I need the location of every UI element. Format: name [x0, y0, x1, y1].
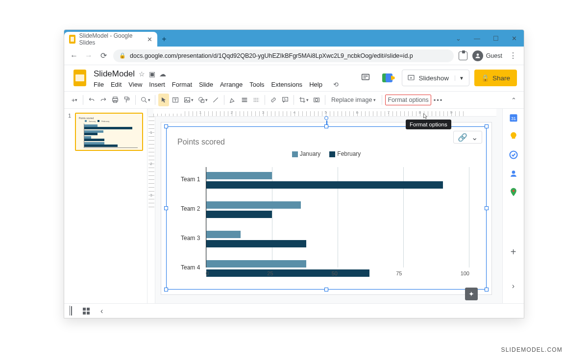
chevron-left-icon[interactable]: ‹ [100, 307, 103, 315]
reload-button[interactable]: ⟳ [98, 51, 108, 60]
menu-file[interactable]: File [94, 81, 104, 88]
close-window-icon[interactable]: ✕ [512, 35, 517, 42]
chart-plot: Team 1Team 2Team 3Team 4 [206, 167, 469, 267]
meet-icon[interactable] [379, 69, 397, 87]
resize-handle[interactable] [324, 288, 328, 291]
comments-icon[interactable] [357, 69, 374, 87]
move-icon[interactable]: ▣ [149, 70, 155, 78]
slideshow-button[interactable]: Slideshow ▼ [402, 70, 469, 86]
browser-menu-icon[interactable]: ⋮ [507, 51, 519, 60]
chart: Points scored JanuaryFebruary Team 1Team… [177, 138, 475, 281]
star-icon[interactable]: ☆ [139, 70, 145, 78]
browser-titlebar: SlideModel - Google Slides ✕ + ⌄ — ☐ ✕ [64, 30, 524, 47]
rotate-handle[interactable] [324, 116, 328, 120]
svg-point-7 [142, 97, 146, 101]
resize-handle[interactable] [485, 206, 489, 210]
cloud-status-icon[interactable]: ☁ [159, 70, 166, 78]
calendar-icon[interactable]: 31 [509, 113, 518, 122]
grid-view-button[interactable] [83, 308, 90, 315]
bar [206, 211, 272, 218]
forward-button[interactable]: → [84, 51, 94, 60]
collapse-toolbar-icon[interactable]: ⌃ [508, 94, 519, 106]
image-tool[interactable]: ▾ [182, 94, 195, 106]
address-bar[interactable]: 🔒 docs.google.com/presentation/d/1Qqd92Q… [113, 49, 454, 62]
toolbar: +▾ ▾ ▾ ▾ ▾ Replace image▾ Format options… [64, 91, 524, 109]
border-weight-button[interactable] [239, 94, 250, 106]
border-dash-button[interactable] [251, 94, 262, 106]
tasks-icon[interactable] [509, 150, 518, 160]
menu-format[interactable]: Format [172, 81, 192, 88]
svg-point-15 [315, 98, 318, 101]
legend-item: February [329, 150, 361, 157]
more-button[interactable]: ••• [432, 94, 445, 106]
new-slide-button[interactable]: +▾ [69, 94, 80, 106]
select-tool[interactable] [158, 94, 169, 106]
resize-handle[interactable] [164, 288, 168, 291]
filmstrip-view-button[interactable] [71, 307, 72, 315]
textbox-tool[interactable] [170, 94, 181, 106]
resize-handle[interactable] [164, 206, 168, 210]
chevron-down-icon[interactable]: ⌄ [456, 35, 461, 42]
menu-slide[interactable]: Slide [199, 81, 213, 88]
shape-tool[interactable]: ▾ [196, 94, 209, 106]
print-button[interactable] [110, 94, 121, 106]
chart-title: Points scored [177, 138, 475, 146]
statusbar: ‹ [64, 303, 524, 318]
minimize-icon[interactable]: — [474, 35, 480, 42]
undo-button[interactable] [86, 94, 97, 106]
slideshow-dropdown-icon[interactable]: ▼ [455, 75, 464, 81]
last-edit-icon[interactable]: ⟲ [333, 81, 339, 88]
tab-title: SlideModel - Google Slides [79, 32, 143, 46]
doc-title[interactable]: SlideModel [94, 69, 135, 79]
replace-image-button[interactable]: Replace image▾ [328, 97, 379, 103]
comment-button[interactable] [280, 94, 291, 106]
resize-handle[interactable] [485, 288, 489, 291]
selection-box[interactable]: 🔗 ⌄ Points scored JanuaryFebruary Team 1… [166, 126, 487, 290]
menu-view[interactable]: View [128, 81, 142, 88]
contacts-icon[interactable] [509, 169, 518, 178]
profile-chip[interactable]: Guest [472, 50, 502, 61]
avatar-icon [472, 50, 483, 61]
url-text: docs.google.com/presentation/d/1Qqd92QB2… [130, 52, 413, 59]
menu-arrange[interactable]: Arrange [220, 81, 243, 88]
zoom-button[interactable]: ▾ [139, 94, 152, 106]
menu-extensions[interactable]: Extensions [271, 81, 303, 88]
slide[interactable]: 🔗 ⌄ Points scored JanuaryFebruary Team 1… [161, 122, 491, 294]
explore-button[interactable]: ✦ [465, 288, 478, 300]
border-color-button[interactable] [227, 94, 238, 106]
link-button[interactable] [268, 94, 279, 106]
extensions-icon[interactable] [459, 51, 467, 60]
hide-sidepanel-icon[interactable]: › [509, 282, 518, 291]
slides-logo-icon[interactable] [71, 69, 89, 87]
menu-tools[interactable]: Tools [249, 81, 264, 88]
line-tool[interactable] [210, 94, 221, 106]
keep-icon[interactable] [509, 131, 518, 141]
redo-button[interactable] [98, 94, 109, 106]
legend-item: January [292, 150, 321, 157]
format-options-button[interactable]: Format options [385, 95, 431, 105]
menu-insert[interactable]: Insert [149, 81, 165, 88]
slide-thumbnail[interactable]: Points scored January February [75, 113, 143, 151]
browser-tab-active[interactable]: SlideModel - Google Slides ✕ [64, 32, 157, 47]
maps-icon[interactable] [509, 187, 518, 197]
bar [206, 240, 306, 247]
menubar: FileEditViewInsertFormatSlideArrangeTool… [94, 79, 339, 88]
crop-button[interactable]: ▾ [297, 94, 310, 106]
maximize-icon[interactable]: ☐ [493, 35, 499, 42]
add-addon-icon[interactable]: + [509, 246, 518, 256]
menu-help[interactable]: Help [309, 81, 322, 88]
new-tab-button[interactable]: + [157, 32, 171, 47]
canvas[interactable]: 123456789 123 🔗 ⌄ [147, 109, 502, 303]
x-tick: 50 [332, 270, 338, 276]
resize-handle[interactable] [324, 124, 328, 128]
share-button[interactable]: 🔒 Share [474, 70, 517, 86]
close-tab-icon[interactable]: ✕ [147, 36, 152, 43]
resize-handle[interactable] [164, 124, 168, 128]
menu-edit[interactable]: Edit [111, 81, 122, 88]
back-button[interactable]: ← [69, 51, 79, 60]
mask-button[interactable] [311, 94, 322, 106]
share-label: Share [492, 74, 510, 82]
resize-handle[interactable] [485, 124, 489, 128]
bar [206, 201, 301, 209]
paint-format-button[interactable] [122, 94, 132, 106]
